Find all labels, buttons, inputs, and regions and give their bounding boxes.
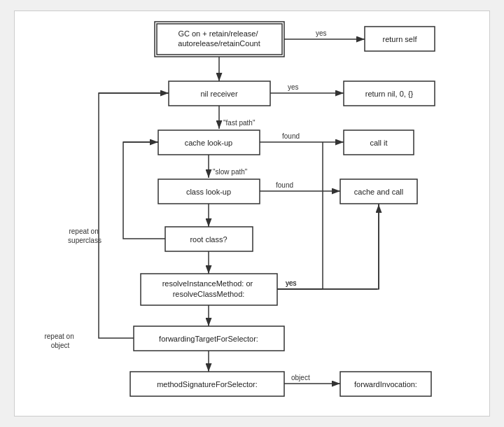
yes1-label: yes	[316, 29, 327, 37]
flowchart-svg: GC on + retain/release/ autorelease/reta…	[15, 11, 491, 417]
found2-label: found	[276, 181, 293, 189]
return-self-label: return self	[383, 35, 418, 43]
yes3-label2: yes	[286, 279, 297, 287]
slow-path-label: "slow path"	[213, 168, 248, 176]
fwd-invocation-label: forwardInvocation:	[354, 380, 417, 388]
method-sig-label: methodSignatureForSelector:	[157, 380, 258, 388]
fwd-target-label: forwardingTargetForSelector:	[159, 335, 258, 343]
cache-and-call-label: cache and call	[354, 188, 403, 196]
repeat-superclass-label: repeat on superclass	[68, 227, 102, 244]
found1-label: found	[282, 132, 300, 140]
class-lookup-label: class look-up	[186, 188, 231, 196]
diagram-container: GC on + retain/release/ autorelease/reta…	[14, 10, 490, 416]
resolve-yes-path	[277, 204, 379, 289]
cache-lookup-label: cache look-up	[185, 139, 233, 147]
yes2-label: yes	[288, 83, 299, 91]
object-label: object	[291, 374, 310, 382]
call-it-label: call it	[370, 139, 387, 147]
root-class-label: root class?	[190, 235, 227, 244]
fast-path-label: "fast path"	[223, 119, 255, 127]
repeat-object-label: repeat on object	[44, 332, 76, 349]
nil-receiver-label: nil receiver	[200, 90, 238, 98]
return-nil-label: return nil, 0, {}	[365, 90, 414, 98]
